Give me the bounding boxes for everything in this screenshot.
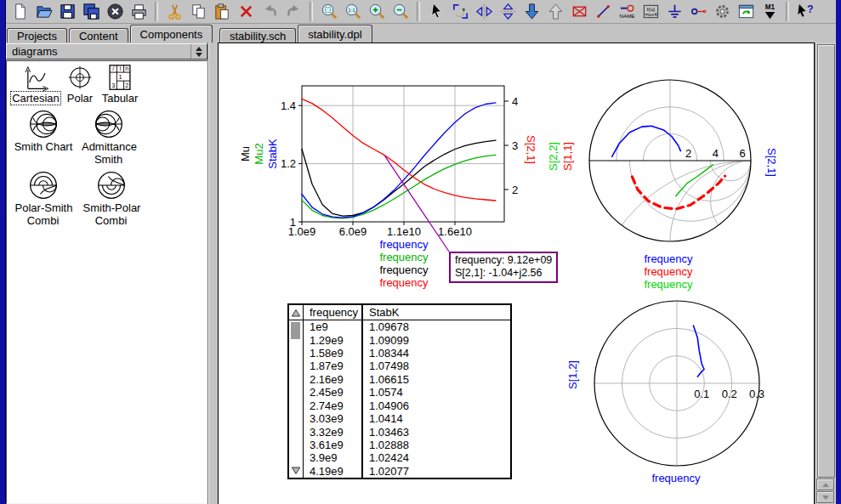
equation-button[interactable]: f(u)=u+4	[639, 1, 662, 22]
simulate-icon	[713, 2, 732, 21]
canvas-vertical-scrollbar[interactable]	[815, 42, 836, 504]
redo-button[interactable]	[282, 1, 304, 22]
wire-button[interactable]	[592, 1, 614, 22]
table-header-frequency: frequency	[304, 305, 363, 320]
simulate-button[interactable]	[711, 1, 733, 22]
palette-item-cartesian[interactable]: Cartesian	[10, 64, 61, 105]
chart-label: 1.6e10	[438, 225, 472, 238]
axis-label-s-1-1-: S[1,1]	[561, 142, 574, 171]
palette-item-smith-chart[interactable]: Smith Chart	[8, 108, 79, 153]
table-scroll-thumb[interactable]	[291, 322, 300, 339]
copy-button[interactable]	[187, 1, 209, 22]
push-down-button[interactable]	[520, 1, 543, 22]
palette-item-label: Admittance Smith	[81, 140, 137, 166]
delete-button[interactable]	[235, 1, 257, 22]
zoom-fit-button[interactable]	[318, 1, 340, 22]
svg-text:1:1: 1:1	[348, 7, 355, 13]
table-row: 2.16e91.06615	[304, 373, 510, 386]
palette-item-smith-polar-combi[interactable]: Smith-Polar Combi	[75, 169, 148, 227]
table-header-row: frequency StabK	[304, 305, 510, 320]
table-row: 4.19e91.02077	[304, 465, 510, 478]
axis-label-s21: S[2,1]	[525, 135, 537, 164]
zoom-out-icon	[391, 2, 411, 21]
paste-button[interactable]	[211, 1, 233, 22]
table-row: 1.58e91.08344	[304, 347, 510, 360]
cell-stabk: 1.02888	[363, 439, 409, 451]
ground-icon	[665, 2, 685, 21]
zoom-out-button[interactable]	[389, 1, 412, 22]
tabular-diagram-icon: /in132	[105, 64, 135, 92]
palette-item-polar-smith-combi[interactable]: Polar-Smith Combi	[7, 169, 80, 227]
chart-label: 0.1	[694, 388, 709, 400]
palette-item-tabular[interactable]: /in132Tabular	[94, 64, 145, 105]
panel-tab-components[interactable]: Components	[130, 25, 213, 42]
chart-label: 1.2	[281, 157, 296, 170]
deactivate-button[interactable]	[568, 1, 590, 22]
cut-icon	[165, 2, 185, 21]
mirror-x-icon	[498, 2, 518, 21]
chart-label: 0.2	[722, 388, 737, 400]
table-row: 1.29e91.09099	[304, 333, 510, 346]
table-row: 1e91.09678	[304, 320, 510, 333]
mirror-y-button[interactable]	[473, 1, 495, 22]
scrollbar-up-button[interactable]	[816, 479, 834, 490]
x-axis-caption: frequency	[379, 251, 429, 263]
rotate-button[interactable]	[449, 1, 471, 22]
chart-label: 6	[739, 147, 745, 160]
chart-label: 3	[512, 139, 518, 152]
component-category-select[interactable]: diagrams	[6, 43, 207, 59]
close-button[interactable]	[104, 1, 126, 22]
component-category-value: diagrams	[7, 45, 190, 58]
svg-text:=u+4: =u+4	[645, 11, 657, 17]
mirror-y-icon	[474, 2, 494, 21]
help-button[interactable]: ?	[794, 1, 816, 22]
port-button[interactable]	[687, 1, 709, 22]
open-folder-button[interactable]	[32, 1, 54, 22]
marker-tooltip-value: S[2,1]: -1.04+j2.56	[455, 267, 552, 280]
table-row: 3.9e91.02424	[304, 451, 510, 464]
view-data-button[interactable]	[735, 1, 757, 22]
document-tab-stability-sch[interactable]: stability.sch	[219, 28, 296, 42]
scrollbar-thumb[interactable]	[817, 44, 835, 478]
undo-button[interactable]	[259, 1, 281, 22]
pointer-button[interactable]	[425, 1, 447, 22]
scrollbar-down-button[interactable]	[816, 491, 834, 503]
save-icon	[58, 2, 77, 21]
ground-button[interactable]	[663, 1, 685, 22]
axis-label-mu: Mu	[239, 146, 252, 161]
display-page-canvas[interactable]: 1.0e96.0e91.1e101.6e1011.21.4234MuMu2Sta…	[218, 42, 815, 504]
cell-stabk: 1.06615	[363, 373, 409, 386]
cell-stabk: 1.0574	[363, 386, 403, 399]
cut-button[interactable]	[163, 1, 185, 22]
zoom-in-button[interactable]	[366, 1, 388, 22]
save-all-icon	[82, 2, 101, 21]
table-scroll-up-button[interactable]	[289, 305, 303, 320]
table-row: 3.32e91.03463	[304, 425, 510, 438]
palette-item-admittance-smith[interactable]: Admittance Smith	[73, 108, 145, 166]
diagram-palette: CartesianPolar/in132TabularSmith ChartAd…	[6, 60, 207, 504]
qucs-window: 1:1NAMEf(u)=u+4M1? ProjectsContentCompon…	[0, 0, 841, 504]
document-tab-stability-dpl[interactable]: stability.dpl	[298, 25, 372, 42]
panel-tab-content[interactable]: Content	[69, 28, 128, 42]
zoom-one-to-one-button[interactable]: 1:1	[342, 1, 364, 22]
toolbar-separator	[786, 2, 789, 21]
print-button[interactable]	[128, 1, 150, 22]
svg-text:i: i	[120, 65, 122, 72]
table-scroll-down-button[interactable]	[289, 464, 303, 477]
marker-button[interactable]: M1	[759, 1, 781, 22]
toolbar-separator	[417, 2, 420, 21]
spin-down-icon	[196, 53, 202, 57]
mirror-x-button[interactable]	[497, 1, 519, 22]
chart-caption: frequency	[644, 278, 693, 291]
pop-up-button[interactable]	[544, 1, 566, 22]
save-all-button[interactable]	[80, 1, 102, 22]
new-file-button[interactable]	[9, 1, 31, 22]
table-row: 2.74e91.04906	[304, 399, 510, 412]
save-button[interactable]	[56, 1, 78, 22]
close-icon	[105, 2, 125, 21]
combo-spin-button[interactable]	[190, 44, 207, 59]
name-label-button[interactable]: NAME	[616, 1, 638, 22]
cell-frequency: 3.03e9	[304, 412, 363, 425]
panel-tab-projects[interactable]: Projects	[7, 28, 67, 42]
axis-label-mu2: Mu2	[253, 143, 265, 164]
